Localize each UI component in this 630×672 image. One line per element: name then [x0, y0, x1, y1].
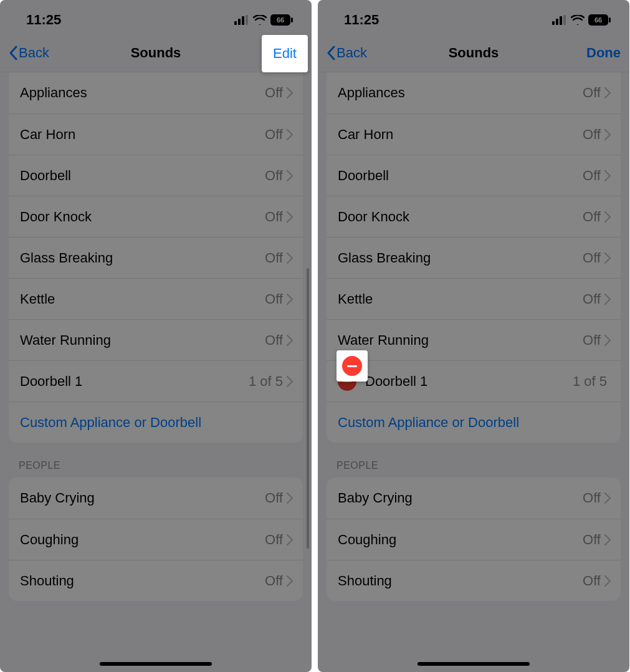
item-value: Off [583, 332, 601, 348]
item-value: Off [265, 127, 283, 143]
list-item[interactable]: ShoutingOff [9, 560, 303, 601]
chevron-right-icon [604, 252, 611, 264]
list-item[interactable]: CoughingOff [327, 519, 621, 560]
item-label: Doorbell 1 [20, 373, 249, 390]
list-item[interactable]: Car HornOff [9, 113, 303, 155]
item-label: Car Horn [338, 127, 583, 143]
item-label: Doorbell 1 [365, 373, 573, 390]
item-label: Doorbell [338, 168, 583, 184]
svg-text:66: 66 [277, 16, 284, 24]
list-item[interactable]: Door KnockOff [327, 196, 621, 237]
battery-icon: 66 [588, 14, 611, 26]
chevron-right-icon [287, 294, 293, 305]
highlight-delete[interactable] [336, 350, 368, 382]
item-value: Off [583, 85, 601, 101]
item-value: Off [265, 573, 283, 589]
sounds-group: AppliancesOffCar HornOffDoorbellOffDoor … [9, 72, 303, 443]
cellular-icon [234, 15, 249, 25]
chevron-right-icon [287, 575, 293, 587]
list-item[interactable]: AppliancesOff [327, 72, 621, 113]
link-label: Custom Appliance or Doorbell [20, 415, 293, 431]
done-button[interactable]: Done [586, 45, 621, 61]
highlight-edit[interactable]: Edit [262, 35, 308, 72]
list-item[interactable]: Doorbell 11 of 5 [327, 360, 621, 401]
item-value: Off [583, 291, 601, 307]
custom-appliance-link[interactable]: Custom Appliance or Doorbell [9, 401, 303, 443]
item-value: Off [583, 573, 601, 589]
delete-icon[interactable] [342, 356, 362, 376]
svg-rect-12 [609, 17, 611, 22]
item-value: Off [583, 532, 601, 548]
phone-screen: 11:2566BackSoundsEditAppliancesOffCar Ho… [0, 0, 312, 672]
item-value: Off [265, 532, 283, 548]
chevron-right-icon [287, 170, 293, 181]
list-item[interactable]: DoorbellOff [327, 155, 621, 196]
chevron-right-icon [287, 211, 293, 223]
home-indicator [100, 662, 212, 666]
item-value: 1 of 5 [573, 373, 607, 390]
chevron-right-icon [604, 335, 611, 346]
item-value: Off [583, 250, 601, 266]
item-label: Kettle [338, 291, 583, 307]
item-label: Baby Crying [20, 490, 265, 506]
list-item[interactable]: Water RunningOff [9, 319, 303, 360]
back-label: Back [19, 45, 49, 61]
list-item[interactable]: Glass BreakingOff [327, 237, 621, 278]
item-value: Off [265, 168, 283, 184]
item-label: Shouting [20, 573, 265, 589]
status-time: 11:25 [344, 12, 379, 28]
item-label: Appliances [20, 85, 265, 101]
list-item[interactable]: Door KnockOff [9, 196, 303, 237]
item-value: 1 of 5 [249, 373, 283, 390]
chevron-right-icon [287, 129, 293, 140]
status-bar: 11:2566 [318, 0, 629, 34]
link-label: Custom Appliance or Doorbell [338, 415, 611, 431]
section-header-people: PEOPLE [318, 443, 629, 478]
chevron-left-icon [327, 46, 335, 60]
svg-rect-0 [234, 21, 237, 25]
list-item[interactable]: DoorbellOff [9, 155, 303, 196]
status-icons: 66 [552, 14, 611, 26]
chevron-right-icon [287, 492, 293, 504]
custom-appliance-link[interactable]: Custom Appliance or Doorbell [327, 401, 621, 443]
chevron-right-icon [604, 492, 611, 504]
item-label: Kettle [20, 291, 265, 307]
back-button[interactable]: Back [327, 45, 367, 61]
item-value: Off [583, 209, 601, 225]
list-item[interactable]: Water RunningOff [327, 319, 621, 360]
list-item[interactable]: Baby CryingOff [9, 478, 303, 519]
list-item[interactable]: CoughingOff [9, 519, 303, 560]
list-item[interactable]: Glass BreakingOff [9, 237, 303, 278]
list-item[interactable]: AppliancesOff [9, 72, 303, 113]
item-label: Appliances [338, 85, 583, 101]
item-label: Water Running [338, 332, 583, 348]
list-item[interactable]: Doorbell 11 of 5 [9, 360, 303, 401]
phone-screen: 11:2566BackSoundsDoneAppliancesOffCar Ho… [318, 0, 629, 672]
svg-rect-9 [560, 16, 562, 25]
item-value: Off [265, 85, 283, 101]
item-label: Doorbell [20, 168, 265, 184]
chevron-right-icon [604, 170, 611, 181]
chevron-right-icon [604, 534, 611, 545]
item-value: Off [265, 490, 283, 506]
svg-rect-3 [246, 15, 248, 25]
item-value: Off [583, 127, 601, 143]
list-item[interactable]: Baby CryingOff [327, 478, 621, 519]
svg-rect-10 [563, 15, 566, 25]
svg-rect-1 [238, 19, 241, 25]
home-indicator [418, 662, 530, 666]
list-item[interactable]: KettleOff [327, 278, 621, 319]
item-label: Shouting [338, 573, 583, 589]
list-item[interactable]: KettleOff [9, 278, 303, 319]
item-value: Off [583, 168, 601, 184]
list-item[interactable]: ShoutingOff [327, 560, 621, 601]
list-item[interactable]: Car HornOff [327, 113, 621, 155]
sounds-group: AppliancesOffCar HornOffDoorbellOffDoor … [327, 72, 621, 443]
item-value: Off [265, 209, 283, 225]
back-button[interactable]: Back [9, 45, 49, 61]
chevron-left-icon [9, 46, 17, 60]
content: AppliancesOffCar HornOffDoorbellOffDoor … [318, 72, 629, 601]
item-label: Water Running [20, 332, 265, 348]
scroll-indicator [307, 268, 309, 549]
nav-bar: BackSoundsDone [318, 34, 629, 72]
